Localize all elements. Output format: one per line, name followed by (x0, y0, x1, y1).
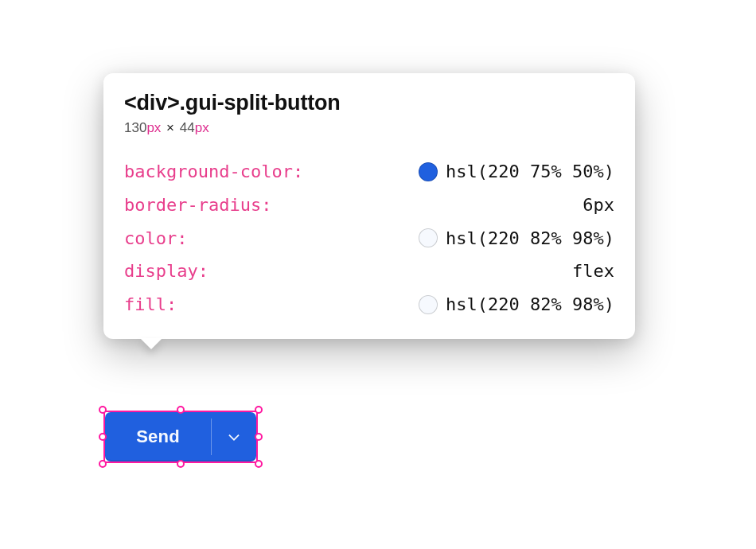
chevron-down-icon (226, 429, 242, 445)
css-prop-name: fill: (124, 288, 177, 321)
dim-separator: × (166, 120, 174, 135)
css-property-row: display:flex (124, 255, 614, 288)
gui-split-button[interactable]: Send (105, 412, 256, 461)
resize-handle-top-right[interactable] (255, 406, 263, 414)
css-prop-name: background-color: (124, 155, 303, 189)
element-class: .gui-split-button (180, 91, 341, 115)
resize-handle-bottom-left[interactable] (99, 460, 107, 468)
dim-width: 130 (124, 120, 146, 135)
css-prop-value: hsl(220 82% 98%) (446, 288, 614, 321)
css-prop-value: 6px (583, 189, 614, 222)
color-swatch (419, 162, 438, 181)
dim-height-unit: px (195, 120, 209, 135)
css-properties-list: background-color:hsl(220 75% 50%)border-… (124, 155, 614, 321)
css-prop-name: display: (124, 255, 208, 288)
resize-handle-top-left[interactable] (99, 406, 107, 414)
resize-handle-bottom-right[interactable] (255, 460, 263, 468)
dim-width-unit: px (146, 120, 161, 135)
css-prop-name: color: (124, 222, 187, 255)
color-swatch (419, 295, 438, 314)
css-prop-value: hsl(220 75% 50%) (446, 155, 614, 189)
color-swatch (419, 228, 438, 247)
css-property-row: fill:hsl(220 82% 98%) (124, 288, 614, 321)
css-prop-value: hsl(220 82% 98%) (446, 222, 614, 255)
send-button-label: Send (136, 426, 180, 447)
element-dimensions: 130px × 44px (124, 120, 614, 136)
send-button[interactable]: Send (105, 412, 211, 461)
css-prop-value: flex (572, 255, 614, 288)
element-inspector-tooltip: <div>.gui-split-button 130px × 44px back… (103, 73, 635, 339)
split-button-dropdown[interactable] (212, 412, 256, 461)
css-property-row: color:hsl(220 82% 98%) (124, 222, 614, 255)
css-property-row: background-color:hsl(220 75% 50%) (124, 155, 614, 189)
dim-height: 44 (180, 120, 195, 135)
css-property-row: border-radius:6px (124, 189, 614, 222)
selection-overlay: Send (103, 411, 258, 463)
css-prop-name: border-radius: (124, 189, 271, 222)
tooltip-title: <div>.gui-split-button (124, 91, 614, 115)
element-tag: <div> (124, 91, 180, 115)
